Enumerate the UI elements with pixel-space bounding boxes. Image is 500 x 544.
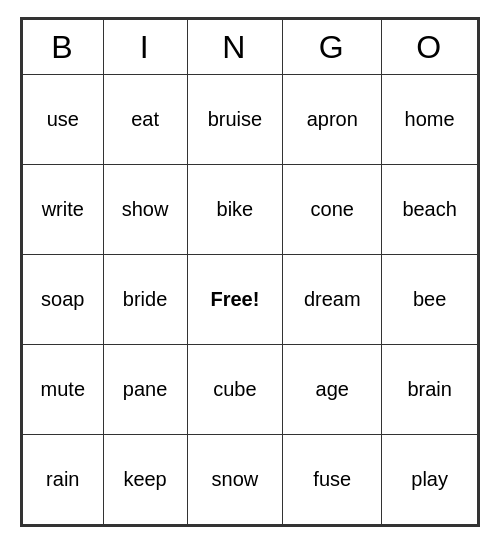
header-b: B bbox=[23, 20, 104, 75]
cell-r1-c2: bike bbox=[187, 165, 283, 255]
cell-r3-c4: brain bbox=[382, 345, 478, 435]
cell-r0-c4: home bbox=[382, 75, 478, 165]
cell-r3-c3: age bbox=[283, 345, 382, 435]
cell-r3-c2: cube bbox=[187, 345, 283, 435]
cell-r0-c3: apron bbox=[283, 75, 382, 165]
table-row: rainkeepsnowfuseplay bbox=[23, 435, 478, 525]
cell-r0-c1: eat bbox=[103, 75, 187, 165]
table-row: soapbrideFree!dreambee bbox=[23, 255, 478, 345]
cell-r0-c2: bruise bbox=[187, 75, 283, 165]
table-row: mutepanecubeagebrain bbox=[23, 345, 478, 435]
cell-r0-c0: use bbox=[23, 75, 104, 165]
cell-r4-c2: snow bbox=[187, 435, 283, 525]
cell-r1-c4: beach bbox=[382, 165, 478, 255]
bingo-body: useeatbruiseapronhomewriteshowbikeconebe… bbox=[23, 75, 478, 525]
cell-r2-c0: soap bbox=[23, 255, 104, 345]
header-o: O bbox=[382, 20, 478, 75]
cell-r4-c3: fuse bbox=[283, 435, 382, 525]
cell-r2-c4: bee bbox=[382, 255, 478, 345]
cell-r2-c1: bride bbox=[103, 255, 187, 345]
cell-r1-c0: write bbox=[23, 165, 104, 255]
header-i: I bbox=[103, 20, 187, 75]
header-g: G bbox=[283, 20, 382, 75]
cell-r4-c4: play bbox=[382, 435, 478, 525]
table-row: useeatbruiseapronhome bbox=[23, 75, 478, 165]
cell-r4-c0: rain bbox=[23, 435, 104, 525]
bingo-table: B I N G O useeatbruiseapronhomewriteshow… bbox=[22, 19, 478, 525]
cell-r2-c2: Free! bbox=[187, 255, 283, 345]
header-row: B I N G O bbox=[23, 20, 478, 75]
cell-r4-c1: keep bbox=[103, 435, 187, 525]
cell-r1-c3: cone bbox=[283, 165, 382, 255]
table-row: writeshowbikeconebeach bbox=[23, 165, 478, 255]
cell-r1-c1: show bbox=[103, 165, 187, 255]
cell-r2-c3: dream bbox=[283, 255, 382, 345]
header-n: N bbox=[187, 20, 283, 75]
cell-r3-c1: pane bbox=[103, 345, 187, 435]
cell-r3-c0: mute bbox=[23, 345, 104, 435]
bingo-card: B I N G O useeatbruiseapronhomewriteshow… bbox=[20, 17, 480, 527]
